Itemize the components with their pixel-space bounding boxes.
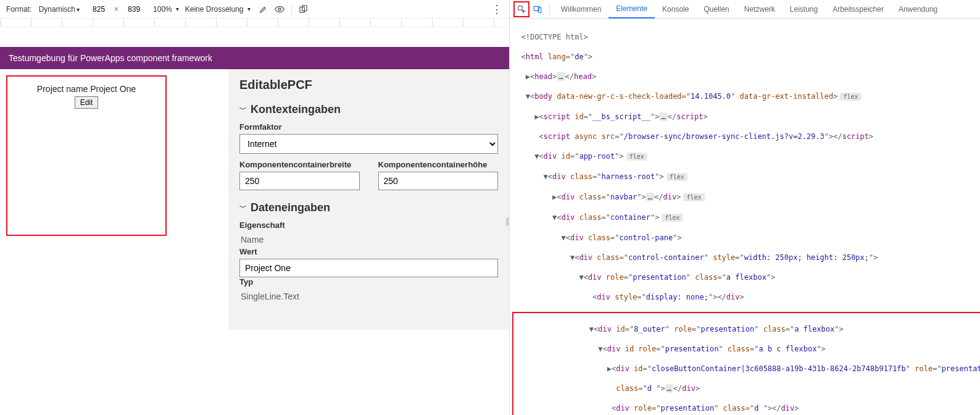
- container-height-label: Komponentencontainerhöhe: [378, 160, 499, 169]
- type-label: Typ: [239, 277, 498, 287]
- zoom-select[interactable]: 100%: [153, 5, 179, 14]
- value-input[interactable]: [239, 259, 498, 277]
- rotate-icon[interactable]: [298, 4, 309, 15]
- device-toggle-icon[interactable]: [529, 1, 546, 17]
- tab-welcome[interactable]: Willkommen: [554, 0, 608, 19]
- format-select[interactable]: Format: Dynamisch: [6, 5, 80, 14]
- tab-application[interactable]: Anwendung: [891, 0, 945, 19]
- responsive-toolbar: Format: Dynamisch × 100% Keine Drosselun…: [0, 0, 509, 19]
- pcf-control-container: Project name Project One Edit: [6, 75, 167, 236]
- eyedropper-icon[interactable]: [257, 4, 268, 15]
- edit-button[interactable]: Edit: [75, 96, 99, 109]
- devtools-toolbar: Willkommen Elemente Konsole Quellen Netz…: [510, 0, 980, 19]
- type-value: SingleLine.Text: [239, 289, 498, 304]
- throttling-select[interactable]: Keine Drosselung: [185, 5, 251, 14]
- tab-elements[interactable]: Elemente: [608, 0, 655, 19]
- container-width-input[interactable]: [239, 172, 360, 190]
- elements-dom-tree[interactable]: <!DOCTYPE html> <html lang="de"> ▶<head>…: [510, 19, 980, 415]
- section-context-toggle[interactable]: ﹀ Kontexteingaben: [239, 103, 498, 116]
- inspect-element-icon[interactable]: [513, 1, 529, 17]
- properties-panel: EditablePCF ﹀ Kontexteingaben Formfaktor…: [228, 69, 509, 330]
- svg-point-0: [278, 8, 281, 10]
- panel-title: EditablePCF: [239, 78, 498, 92]
- dimension-x: ×: [114, 5, 118, 14]
- viewport-width-input[interactable]: [86, 4, 112, 14]
- eye-icon[interactable]: [274, 4, 285, 15]
- viewport-height-input[interactable]: [121, 4, 147, 14]
- tab-sources[interactable]: Quellen: [696, 0, 736, 19]
- container-width-label: Komponentencontainerbreite: [239, 160, 360, 169]
- property-value: Name: [239, 232, 498, 247]
- pcf-display-text: Project name Project One: [37, 84, 136, 94]
- property-label: Eigenschaft: [239, 220, 498, 230]
- section-data-toggle[interactable]: ﹀ Dateneingaben: [239, 201, 498, 214]
- ruler: [0, 19, 509, 27]
- app-header: Testumgebung für PowerApps component fra…: [0, 47, 509, 69]
- container-height-input[interactable]: [378, 172, 499, 190]
- tab-performance[interactable]: Leistung: [783, 0, 825, 19]
- formfactor-label: Formfaktor: [239, 122, 498, 132]
- kebab-menu-icon[interactable]: ⋮: [491, 2, 503, 16]
- tab-memory[interactable]: Arbeitsspeicher: [825, 0, 891, 19]
- viewport-stage: Testumgebung für PowerApps component fra…: [0, 47, 509, 415]
- value-label: Wert: [239, 247, 498, 256]
- formfactor-select[interactable]: Internet: [239, 134, 498, 154]
- tab-console[interactable]: Konsole: [655, 0, 696, 19]
- chevron-down-icon: ﹀: [239, 104, 247, 115]
- chevron-down-icon: ﹀: [239, 203, 247, 213]
- highlighted-dom-range: ▼<div id="8_outer" role="presentation" c…: [512, 312, 980, 415]
- tab-network[interactable]: Netzwerk: [737, 0, 783, 19]
